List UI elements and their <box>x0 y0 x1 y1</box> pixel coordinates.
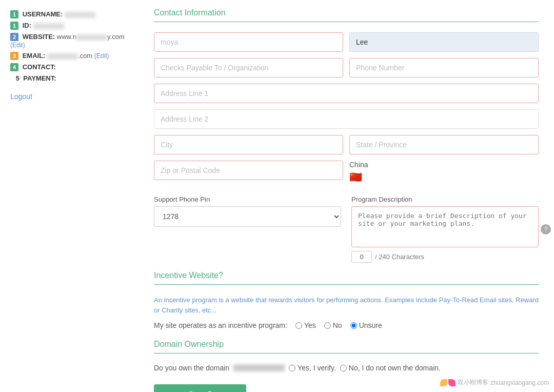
help-icon[interactable]: ? <box>541 224 551 234</box>
checks-payable-field <box>154 58 343 77</box>
last-name-input[interactable] <box>349 32 539 52</box>
watermark: 双小刚博客 zhuangxiaogang.com <box>440 378 549 387</box>
website-value <box>76 34 107 41</box>
address1-input[interactable] <box>154 84 539 103</box>
address1-row <box>154 84 539 103</box>
state-input[interactable] <box>349 135 539 154</box>
domain-no-radio[interactable] <box>340 365 347 371</box>
watermark-icon <box>440 379 456 386</box>
char-count-row: 0 / 240 Characters <box>351 251 539 263</box>
domain-yes-label[interactable]: Yes, I verify. <box>289 364 336 372</box>
pin-desc-row: Support Phone Pin 1278 Program Descripti… <box>154 195 539 263</box>
country-field: China 🇨🇳 <box>349 161 539 183</box>
zip-input[interactable] <box>154 161 343 180</box>
state-field <box>349 135 539 154</box>
incentive-section: Incentive Website? An incentive program … <box>154 271 539 329</box>
name-row <box>154 32 539 52</box>
incentive-description: An incentive program is a website that r… <box>154 295 539 315</box>
main-content: Contact Information <box>144 0 554 392</box>
country-name: China <box>349 161 539 169</box>
contact-info-title: Contact Information <box>154 8 539 17</box>
char-count-box: 0 <box>351 251 372 263</box>
first-name-field <box>154 32 343 52</box>
contact-label: CONTACT: <box>23 63 56 71</box>
sidebar-item-contact: 4 CONTACT: <box>10 63 133 71</box>
id-label: ID: <box>23 22 31 29</box>
phone-input[interactable] <box>349 58 539 77</box>
address2-field <box>154 109 539 129</box>
support-pin-label: Support Phone Pin <box>154 195 341 203</box>
watermark-url: zhuangxiaogang.com <box>490 379 549 386</box>
domain-title: Domain Ownership <box>154 340 539 349</box>
address1-field <box>154 84 539 103</box>
support-pin-section: Support Phone Pin 1278 <box>154 195 341 227</box>
address2-input[interactable] <box>154 109 539 129</box>
payment-label: 5 PAYMENT: <box>16 74 56 82</box>
domain-no-label[interactable]: No, I do not own the domain. <box>340 364 441 372</box>
incentive-radio-row: My site operates as an incentive program… <box>154 321 539 329</box>
support-pin-select[interactable]: 1278 <box>154 206 341 227</box>
incentive-radio-label: My site operates as an incentive program… <box>154 321 287 329</box>
first-name-input[interactable] <box>154 32 343 52</box>
sidebar-item-payment: 5 PAYMENT: <box>10 74 133 82</box>
badge-username: 1 <box>10 10 18 18</box>
logout-link[interactable]: Logout <box>10 92 133 101</box>
sidebar-item-username: 1 USERNAME: <box>10 10 133 18</box>
badge-id: 1 <box>10 22 18 30</box>
incentive-yes-radio[interactable] <box>295 322 302 329</box>
city-field <box>154 135 343 154</box>
phone-field <box>349 58 539 77</box>
sidebar-item-id: 1 ID: <box>10 22 133 30</box>
section-divider <box>154 22 539 22</box>
domain-label-prefix: Do you own the domain <box>154 364 229 372</box>
sidebar-item-website: 2 WEBSITE: www.n y.com (Edit) <box>10 33 133 49</box>
domain-divider <box>154 353 539 354</box>
incentive-title: Incentive Website? <box>154 271 539 280</box>
badge-website: 2 <box>10 33 18 41</box>
program-desc-label: Program Description <box>351 195 539 203</box>
domain-row: Do you own the domain Yes, I verify. No,… <box>154 364 539 372</box>
incentive-yes-text: Yes <box>304 321 316 329</box>
incentive-no-label[interactable]: No <box>324 321 342 329</box>
website-edit-link[interactable]: (Edit) <box>10 42 25 49</box>
char-count-text: / 240 Characters <box>375 253 424 261</box>
domain-no-text: No, I do not own the domain. <box>349 364 441 372</box>
zip-country-row: China 🇨🇳 <box>154 161 539 189</box>
incentive-unsure-radio[interactable] <box>350 322 357 329</box>
domain-yes-text: Yes, I verify. <box>298 364 336 372</box>
checks-phone-row <box>154 58 539 77</box>
program-desc-textarea[interactable] <box>351 206 539 247</box>
domain-yes-radio[interactable] <box>289 365 295 371</box>
badge-contact: 4 <box>10 63 18 71</box>
city-state-row <box>154 135 539 154</box>
zip-field <box>154 161 343 189</box>
sidebar-item-email: 3 EMAIL: .com (Edit) <box>10 52 133 60</box>
email-value <box>47 53 78 60</box>
incentive-unsure-label[interactable]: Unsure <box>350 321 382 329</box>
website-label: WEBSITE: <box>23 33 55 41</box>
address2-row <box>154 109 539 129</box>
incentive-unsure-text: Unsure <box>359 321 382 329</box>
watermark-icon-orange <box>440 379 447 386</box>
sidebar: 1 USERNAME: 1 ID: 2 WEBSITE: www.n y.com… <box>0 0 144 392</box>
incentive-divider <box>154 284 539 285</box>
id-value <box>33 23 64 29</box>
domain-blurred-value <box>233 364 285 371</box>
incentive-no-radio[interactable] <box>324 322 331 329</box>
email-label: EMAIL: <box>23 52 46 60</box>
watermark-text: 双小刚博客 <box>458 378 488 387</box>
checks-payable-input[interactable] <box>154 58 343 77</box>
domain-section: Domain Ownership Do you own the domain Y… <box>154 340 539 372</box>
step5-button[interactable]: Step 5 <box>154 384 246 392</box>
badge-email: 3 <box>10 52 18 60</box>
username-label: USERNAME: <box>23 10 63 18</box>
city-input[interactable] <box>154 135 343 154</box>
country-flag: 🇨🇳 <box>349 171 539 183</box>
incentive-no-text: No <box>333 321 342 329</box>
incentive-yes-label[interactable]: Yes <box>295 321 316 329</box>
watermark-icon-pink <box>448 379 456 386</box>
last-name-field <box>349 32 539 52</box>
email-edit-link[interactable]: (Edit) <box>94 52 109 60</box>
program-desc-section: Program Description 0 / 240 Characters ? <box>351 195 539 263</box>
username-value <box>65 12 95 18</box>
